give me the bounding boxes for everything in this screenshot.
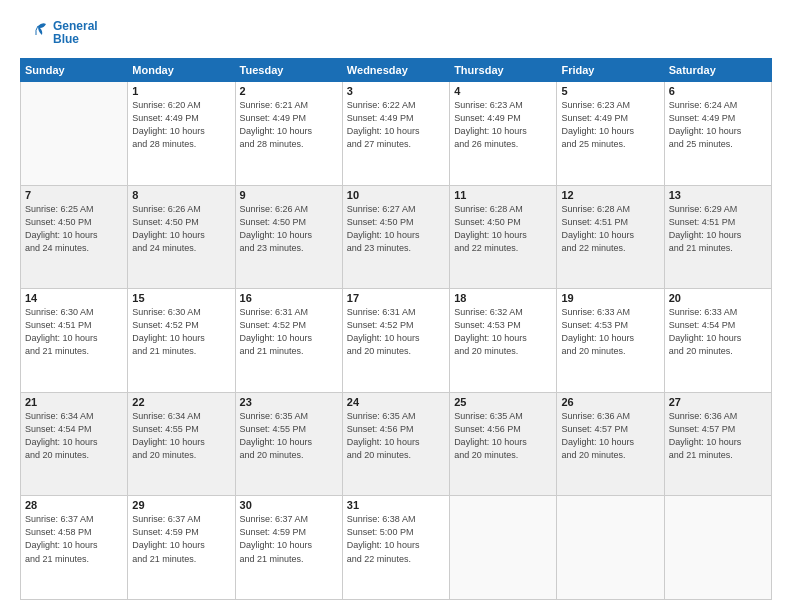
day-info: Sunrise: 6:38 AM Sunset: 5:00 PM Dayligh… [347,513,445,565]
day-number: 28 [25,499,123,511]
day-info: Sunrise: 6:32 AM Sunset: 4:53 PM Dayligh… [454,306,552,358]
day-info: Sunrise: 6:22 AM Sunset: 4:49 PM Dayligh… [347,99,445,151]
calendar-cell: 7Sunrise: 6:25 AM Sunset: 4:50 PM Daylig… [21,185,128,289]
calendar-page: General Blue SundayMondayTuesdayWednesda… [0,0,792,612]
day-info: Sunrise: 6:37 AM Sunset: 4:59 PM Dayligh… [132,513,230,565]
calendar-cell: 4Sunrise: 6:23 AM Sunset: 4:49 PM Daylig… [450,82,557,186]
calendar-cell: 23Sunrise: 6:35 AM Sunset: 4:55 PM Dayli… [235,392,342,496]
day-info: Sunrise: 6:33 AM Sunset: 4:54 PM Dayligh… [669,306,767,358]
logo-text-line2: Blue [53,33,98,46]
calendar-cell: 8Sunrise: 6:26 AM Sunset: 4:50 PM Daylig… [128,185,235,289]
weekday-header: Monday [128,59,235,82]
calendar-cell: 27Sunrise: 6:36 AM Sunset: 4:57 PM Dayli… [664,392,771,496]
day-number: 1 [132,85,230,97]
calendar-cell: 11Sunrise: 6:28 AM Sunset: 4:50 PM Dayli… [450,185,557,289]
day-number: 29 [132,499,230,511]
calendar-cell [557,496,664,600]
day-number: 4 [454,85,552,97]
day-number: 9 [240,189,338,201]
day-info: Sunrise: 6:26 AM Sunset: 4:50 PM Dayligh… [132,203,230,255]
week-row: 21Sunrise: 6:34 AM Sunset: 4:54 PM Dayli… [21,392,772,496]
day-info: Sunrise: 6:24 AM Sunset: 4:49 PM Dayligh… [669,99,767,151]
week-row: 14Sunrise: 6:30 AM Sunset: 4:51 PM Dayli… [21,289,772,393]
day-info: Sunrise: 6:30 AM Sunset: 4:52 PM Dayligh… [132,306,230,358]
day-number: 22 [132,396,230,408]
day-number: 18 [454,292,552,304]
weekday-header-row: SundayMondayTuesdayWednesdayThursdayFrid… [21,59,772,82]
day-info: Sunrise: 6:37 AM Sunset: 4:58 PM Dayligh… [25,513,123,565]
day-info: Sunrise: 6:20 AM Sunset: 4:49 PM Dayligh… [132,99,230,151]
week-row: 7Sunrise: 6:25 AM Sunset: 4:50 PM Daylig… [21,185,772,289]
day-number: 25 [454,396,552,408]
calendar-cell: 30Sunrise: 6:37 AM Sunset: 4:59 PM Dayli… [235,496,342,600]
calendar-cell: 29Sunrise: 6:37 AM Sunset: 4:59 PM Dayli… [128,496,235,600]
calendar-cell [450,496,557,600]
day-info: Sunrise: 6:23 AM Sunset: 4:49 PM Dayligh… [454,99,552,151]
calendar-cell: 15Sunrise: 6:30 AM Sunset: 4:52 PM Dayli… [128,289,235,393]
day-number: 27 [669,396,767,408]
calendar-cell: 22Sunrise: 6:34 AM Sunset: 4:55 PM Dayli… [128,392,235,496]
day-number: 12 [561,189,659,201]
day-info: Sunrise: 6:25 AM Sunset: 4:50 PM Dayligh… [25,203,123,255]
day-info: Sunrise: 6:30 AM Sunset: 4:51 PM Dayligh… [25,306,123,358]
weekday-header: Tuesday [235,59,342,82]
day-number: 3 [347,85,445,97]
week-row: 28Sunrise: 6:37 AM Sunset: 4:58 PM Dayli… [21,496,772,600]
day-info: Sunrise: 6:35 AM Sunset: 4:56 PM Dayligh… [347,410,445,462]
day-number: 7 [25,189,123,201]
day-info: Sunrise: 6:27 AM Sunset: 4:50 PM Dayligh… [347,203,445,255]
calendar-table: SundayMondayTuesdayWednesdayThursdayFrid… [20,58,772,600]
calendar-cell: 16Sunrise: 6:31 AM Sunset: 4:52 PM Dayli… [235,289,342,393]
day-number: 17 [347,292,445,304]
calendar-cell: 9Sunrise: 6:26 AM Sunset: 4:50 PM Daylig… [235,185,342,289]
calendar-cell: 24Sunrise: 6:35 AM Sunset: 4:56 PM Dayli… [342,392,449,496]
day-number: 5 [561,85,659,97]
day-number: 30 [240,499,338,511]
calendar-cell: 10Sunrise: 6:27 AM Sunset: 4:50 PM Dayli… [342,185,449,289]
day-info: Sunrise: 6:34 AM Sunset: 4:54 PM Dayligh… [25,410,123,462]
day-number: 2 [240,85,338,97]
calendar-cell: 21Sunrise: 6:34 AM Sunset: 4:54 PM Dayli… [21,392,128,496]
day-number: 31 [347,499,445,511]
calendar-cell [21,82,128,186]
day-number: 23 [240,396,338,408]
day-info: Sunrise: 6:21 AM Sunset: 4:49 PM Dayligh… [240,99,338,151]
calendar-cell: 2Sunrise: 6:21 AM Sunset: 4:49 PM Daylig… [235,82,342,186]
weekday-header: Saturday [664,59,771,82]
logo-bird-icon [20,18,50,48]
day-number: 11 [454,189,552,201]
day-number: 19 [561,292,659,304]
day-info: Sunrise: 6:35 AM Sunset: 4:55 PM Dayligh… [240,410,338,462]
day-number: 10 [347,189,445,201]
calendar-cell: 25Sunrise: 6:35 AM Sunset: 4:56 PM Dayli… [450,392,557,496]
day-info: Sunrise: 6:29 AM Sunset: 4:51 PM Dayligh… [669,203,767,255]
day-info: Sunrise: 6:36 AM Sunset: 4:57 PM Dayligh… [561,410,659,462]
day-info: Sunrise: 6:28 AM Sunset: 4:51 PM Dayligh… [561,203,659,255]
day-info: Sunrise: 6:34 AM Sunset: 4:55 PM Dayligh… [132,410,230,462]
weekday-header: Wednesday [342,59,449,82]
calendar-cell: 18Sunrise: 6:32 AM Sunset: 4:53 PM Dayli… [450,289,557,393]
calendar-cell: 31Sunrise: 6:38 AM Sunset: 5:00 PM Dayli… [342,496,449,600]
day-info: Sunrise: 6:36 AM Sunset: 4:57 PM Dayligh… [669,410,767,462]
weekday-header: Sunday [21,59,128,82]
day-number: 6 [669,85,767,97]
calendar-cell: 17Sunrise: 6:31 AM Sunset: 4:52 PM Dayli… [342,289,449,393]
calendar-cell: 20Sunrise: 6:33 AM Sunset: 4:54 PM Dayli… [664,289,771,393]
day-number: 16 [240,292,338,304]
day-info: Sunrise: 6:28 AM Sunset: 4:50 PM Dayligh… [454,203,552,255]
day-info: Sunrise: 6:35 AM Sunset: 4:56 PM Dayligh… [454,410,552,462]
calendar-cell: 19Sunrise: 6:33 AM Sunset: 4:53 PM Dayli… [557,289,664,393]
weekday-header: Thursday [450,59,557,82]
day-number: 21 [25,396,123,408]
calendar-cell: 12Sunrise: 6:28 AM Sunset: 4:51 PM Dayli… [557,185,664,289]
day-info: Sunrise: 6:26 AM Sunset: 4:50 PM Dayligh… [240,203,338,255]
calendar-cell: 5Sunrise: 6:23 AM Sunset: 4:49 PM Daylig… [557,82,664,186]
day-number: 26 [561,396,659,408]
week-row: 1Sunrise: 6:20 AM Sunset: 4:49 PM Daylig… [21,82,772,186]
day-info: Sunrise: 6:33 AM Sunset: 4:53 PM Dayligh… [561,306,659,358]
calendar-cell: 6Sunrise: 6:24 AM Sunset: 4:49 PM Daylig… [664,82,771,186]
calendar-cell: 1Sunrise: 6:20 AM Sunset: 4:49 PM Daylig… [128,82,235,186]
day-number: 14 [25,292,123,304]
day-info: Sunrise: 6:37 AM Sunset: 4:59 PM Dayligh… [240,513,338,565]
calendar-cell: 14Sunrise: 6:30 AM Sunset: 4:51 PM Dayli… [21,289,128,393]
